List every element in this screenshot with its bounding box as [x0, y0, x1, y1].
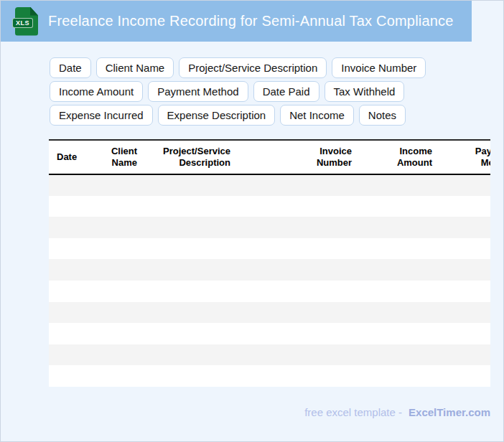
table-cell [236, 302, 358, 324]
column-header-invoice-number: Invoice Number [236, 140, 358, 174]
table-cell [143, 259, 236, 281]
table-cell [49, 196, 88, 217]
table-header-row: Date Client Name Project/Service Descrip… [49, 140, 490, 174]
column-header-date: Date [49, 140, 88, 174]
chip-date-paid[interactable]: Date Paid [253, 81, 319, 102]
table-cell [358, 365, 438, 387]
table-cell [438, 174, 490, 196]
table-row [49, 238, 490, 260]
table-cell [88, 323, 143, 344]
table-cell [49, 365, 88, 387]
table-row [49, 281, 490, 302]
footer-brand-link[interactable]: ExcelTimer.com [409, 406, 490, 418]
table-cell [236, 344, 358, 366]
column-header-project-service-description: Project/Service Description [143, 140, 236, 174]
header-banner: XLS Freelance Income Recording for Semi-… [1, 1, 472, 42]
table-row [49, 323, 490, 344]
footer: free excel template -ExcelTimer.com [49, 405, 490, 419]
table-cell [438, 259, 490, 281]
table-cell [358, 281, 438, 302]
table-cell [88, 281, 143, 302]
xls-icon-label: XLS [12, 18, 33, 28]
table-cell [358, 196, 438, 217]
table-cell [236, 281, 358, 302]
table-cell [49, 281, 88, 302]
table-cell [358, 238, 438, 260]
chip-invoice-number[interactable]: Invoice Number [332, 57, 426, 78]
table-cell [358, 344, 438, 366]
table-row [49, 174, 490, 196]
table-cell [88, 302, 143, 324]
income-table: Date Client Name Project/Service Descrip… [49, 139, 490, 387]
table-cell [143, 281, 236, 302]
table-body [49, 174, 490, 387]
table-row [49, 344, 490, 366]
table-cell [88, 217, 143, 238]
chip-tax-withheld[interactable]: Tax Withheld [325, 81, 405, 102]
table-row [49, 259, 490, 281]
table-row [49, 302, 490, 324]
table-cell [358, 217, 438, 238]
table-cell [88, 259, 143, 281]
table-cell [438, 302, 490, 324]
table-cell [438, 323, 490, 344]
table-cell [49, 217, 88, 238]
table-cell [143, 344, 236, 366]
table-cell [358, 174, 438, 196]
column-header-income-amount: Income Amount [358, 140, 438, 174]
table-cell [438, 281, 490, 302]
table-cell [143, 217, 236, 238]
footer-tagline: free excel template - [304, 406, 402, 418]
table-cell [236, 196, 358, 217]
table-cell [88, 344, 143, 366]
table-row [49, 196, 490, 217]
table-cell [88, 365, 143, 387]
table-cell [438, 344, 490, 366]
table-cell [438, 196, 490, 217]
table-cell [88, 196, 143, 217]
table-cell [88, 174, 143, 196]
table-cell [236, 259, 358, 281]
page: XLS Freelance Income Recording for Semi-… [0, 0, 504, 442]
xls-file-icon: XLS [15, 7, 38, 36]
table-cell [143, 365, 236, 387]
chip-notes[interactable]: Notes [359, 105, 406, 126]
table-cell [49, 302, 88, 324]
column-header-payment-method: Payment Method [438, 140, 490, 174]
table-cell [143, 174, 236, 196]
chip-expense-incurred[interactable]: Expense Incurred [50, 105, 153, 126]
chip-project-service-description[interactable]: Project/Service Description [179, 57, 327, 78]
table-row [49, 365, 490, 387]
table-cell [236, 217, 358, 238]
table-cell [88, 238, 143, 260]
table-cell [358, 259, 438, 281]
page-title: Freelance Income Recording for Semi-Annu… [48, 13, 454, 29]
table-cell [143, 302, 236, 324]
chip-income-amount[interactable]: Income Amount [50, 81, 143, 102]
table-cell [438, 365, 490, 387]
table-cell [358, 323, 438, 344]
spreadsheet-preview: Date Client Name Project/Service Descrip… [49, 139, 490, 387]
table-cell [143, 238, 236, 260]
table-cell [49, 259, 88, 281]
table-cell [49, 238, 88, 260]
table-cell [143, 323, 236, 344]
column-header-client-name: Client Name [88, 140, 143, 174]
table-cell [143, 196, 236, 217]
table-cell [358, 302, 438, 324]
table-cell [236, 365, 358, 387]
column-chip-list: Date Client Name Project/Service Descrip… [50, 57, 498, 126]
table-cell [49, 174, 88, 196]
table-cell [49, 323, 88, 344]
chip-payment-method[interactable]: Payment Method [148, 81, 248, 102]
table-cell [49, 344, 88, 366]
chip-client-name[interactable]: Client Name [96, 57, 174, 78]
table-cell [438, 238, 490, 260]
table-cell [236, 323, 358, 344]
table-cell [236, 174, 358, 196]
table-cell [438, 217, 490, 238]
chip-expense-description[interactable]: Expense Description [158, 105, 276, 126]
chip-net-income[interactable]: Net Income [280, 105, 354, 126]
chip-date[interactable]: Date [50, 57, 91, 78]
table-cell [236, 238, 358, 260]
